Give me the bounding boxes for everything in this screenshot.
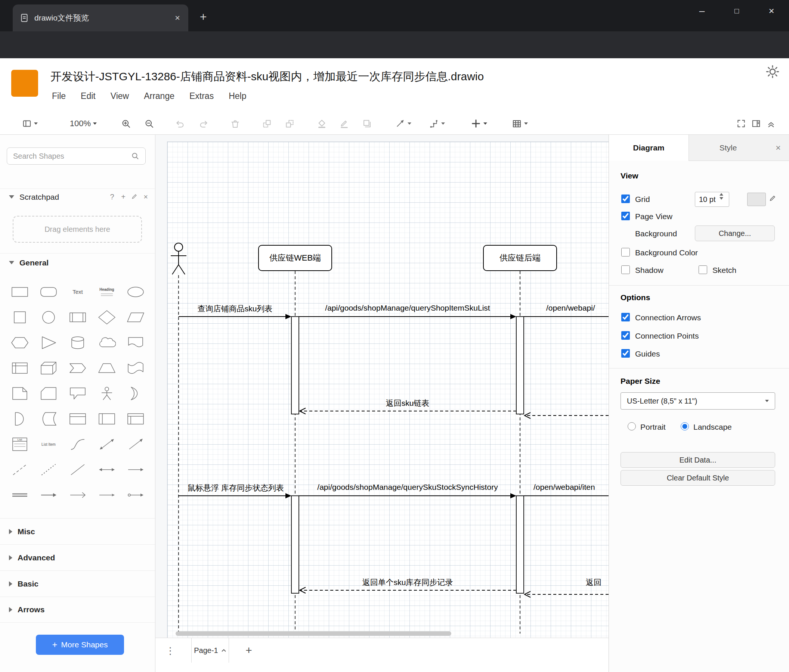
waypoints-button[interactable] bbox=[425, 115, 449, 132]
paper-size-select[interactable]: US-Letter (8,5" x 11") bbox=[621, 392, 775, 409]
portrait-radio[interactable] bbox=[628, 422, 636, 430]
grid-size-stepper[interactable] bbox=[720, 193, 723, 200]
sidebar-section-basic[interactable]: Basic bbox=[0, 570, 155, 597]
shape-internal-storage[interactable] bbox=[5, 355, 34, 381]
shadow-checkbox[interactable] bbox=[621, 266, 630, 274]
shape-card[interactable] bbox=[34, 381, 64, 406]
new-tab-button[interactable]: + bbox=[195, 8, 211, 26]
guides-checkbox[interactable] bbox=[621, 349, 630, 358]
tab-style[interactable]: Style bbox=[689, 135, 767, 161]
shape-square[interactable] bbox=[5, 305, 34, 330]
scratchpad-close-icon[interactable]: × bbox=[140, 193, 151, 201]
scratchpad-edit-icon[interactable] bbox=[129, 193, 140, 202]
shape-or[interactable] bbox=[121, 381, 150, 406]
message-label[interactable]: 查询店铺商品sku列表 bbox=[198, 304, 273, 314]
scratchpad-header[interactable]: Scratchpad ? + × bbox=[0, 188, 155, 205]
shape-arrow[interactable] bbox=[121, 432, 150, 457]
grid-color-edit-icon[interactable] bbox=[769, 194, 777, 204]
shape-dashed-line[interactable] bbox=[5, 457, 34, 483]
page-tab[interactable]: Page-1 bbox=[191, 638, 229, 662]
undo-button[interactable] bbox=[171, 115, 188, 132]
shape-and[interactable] bbox=[5, 406, 34, 432]
shape-hexagon[interactable] bbox=[5, 330, 34, 355]
change-background-button[interactable]: Change... bbox=[695, 226, 775, 241]
shape-rectangle[interactable] bbox=[5, 279, 34, 305]
to-front-button[interactable] bbox=[258, 115, 275, 132]
return-message-label[interactable]: 返回单个sku库存同步记录 bbox=[363, 577, 453, 588]
menu-file[interactable]: File bbox=[52, 91, 66, 101]
pages-menu-button[interactable]: ⋮ bbox=[162, 642, 179, 659]
shape-edge-open-arrow[interactable] bbox=[63, 483, 92, 508]
zoom-out-button[interactable] bbox=[141, 115, 158, 132]
zoom-select[interactable]: 100% bbox=[63, 115, 104, 132]
sidebar-section-misc[interactable]: Misc bbox=[0, 518, 155, 544]
return-message-label[interactable]: 返回sku链表 bbox=[386, 398, 430, 408]
message-label[interactable]: /open/webapi/ bbox=[546, 304, 595, 312]
add-page-button[interactable]: + bbox=[241, 641, 257, 660]
delete-button[interactable] bbox=[227, 115, 244, 132]
shape-line[interactable] bbox=[63, 457, 92, 483]
shape-edge-arrow[interactable] bbox=[34, 483, 64, 508]
drag-elements-dropzone[interactable]: Drag elements here bbox=[13, 216, 142, 243]
scratchpad-add-icon[interactable]: + bbox=[118, 193, 129, 201]
shape-search-input[interactable] bbox=[7, 148, 146, 165]
zoom-in-button[interactable] bbox=[117, 115, 134, 132]
menu-view[interactable]: View bbox=[110, 91, 129, 101]
menu-help[interactable]: Help bbox=[228, 91, 246, 101]
maximize-button[interactable]: □ bbox=[725, 0, 748, 22]
toolbar-view-button[interactable] bbox=[19, 115, 41, 132]
browser-tab[interactable]: drawio文件预览 × bbox=[13, 5, 188, 31]
line-color-button[interactable] bbox=[335, 115, 353, 132]
canvas-hscrollbar[interactable] bbox=[176, 631, 451, 636]
grid-size-input[interactable] bbox=[695, 192, 729, 207]
to-back-button[interactable] bbox=[281, 115, 298, 132]
clear-default-style-button[interactable]: Clear Default Style bbox=[621, 470, 775, 486]
sidebar-section-arrows[interactable]: Arrows bbox=[0, 597, 155, 623]
shape-text[interactable]: Text bbox=[63, 279, 92, 305]
shape-link[interactable] bbox=[5, 483, 34, 508]
return-message-label[interactable]: 返回 bbox=[586, 577, 602, 588]
shape-process[interactable] bbox=[63, 305, 92, 330]
shape-diamond[interactable] bbox=[92, 305, 121, 330]
shape-cube[interactable] bbox=[34, 355, 64, 381]
close-button[interactable]: × bbox=[760, 0, 783, 22]
drawing-canvas[interactable]: 供应链WEB端 供应链后端 查询店铺商品sku列表 /api/goods/sho… bbox=[155, 135, 609, 638]
connection-arrows-checkbox[interactable] bbox=[621, 313, 630, 322]
grid-checkbox[interactable] bbox=[621, 194, 630, 203]
message-label[interactable]: /api/goods/shopManage/queryShopItemSkuLi… bbox=[325, 304, 490, 312]
shadow-button[interactable] bbox=[358, 115, 375, 132]
message-label[interactable]: /open/webapi/iten bbox=[533, 483, 595, 492]
shape-cloud[interactable] bbox=[92, 330, 121, 355]
shape-ellipse[interactable] bbox=[121, 279, 150, 305]
page-view-checkbox[interactable] bbox=[621, 212, 630, 220]
lifeline-box-backend[interactable]: 供应链后端 bbox=[483, 245, 557, 271]
shape-cylinder[interactable] bbox=[63, 330, 92, 355]
fill-color-button[interactable] bbox=[313, 115, 330, 132]
shape-curve[interactable] bbox=[63, 432, 92, 457]
shape-actor[interactable] bbox=[92, 381, 121, 406]
shape-data-storage[interactable] bbox=[34, 406, 64, 432]
shape-edge-endpoint[interactable] bbox=[121, 483, 150, 508]
shape-trapezoid[interactable] bbox=[92, 355, 121, 381]
collapse-toolbar-button[interactable] bbox=[763, 115, 779, 132]
menu-edit[interactable]: Edit bbox=[81, 91, 96, 101]
more-shapes-button[interactable]: + More Shapes bbox=[36, 635, 124, 655]
format-panel-toggle[interactable] bbox=[748, 115, 764, 132]
tab-diagram[interactable]: Diagram bbox=[609, 135, 689, 161]
shape-callout[interactable] bbox=[63, 381, 92, 406]
table-button[interactable] bbox=[508, 115, 531, 132]
lifeline-box-web[interactable]: 供应链WEB端 bbox=[258, 245, 332, 271]
shape-list[interactable]: List bbox=[5, 432, 34, 457]
shape-vertical-container[interactable] bbox=[92, 406, 121, 432]
background-color-checkbox[interactable] bbox=[621, 248, 630, 256]
fullscreen-button[interactable] bbox=[733, 115, 749, 132]
shape-directional-connector[interactable] bbox=[121, 457, 150, 483]
insert-button[interactable] bbox=[467, 115, 490, 132]
connection-style-button[interactable] bbox=[392, 115, 415, 132]
sketch-checkbox[interactable] bbox=[699, 266, 707, 274]
grid-color-swatch[interactable] bbox=[747, 193, 766, 206]
shape-heading[interactable]: Heading bbox=[92, 279, 121, 305]
shape-edge-classic[interactable] bbox=[92, 483, 121, 508]
redo-button[interactable] bbox=[195, 115, 212, 132]
connection-points-checkbox[interactable] bbox=[621, 331, 630, 340]
